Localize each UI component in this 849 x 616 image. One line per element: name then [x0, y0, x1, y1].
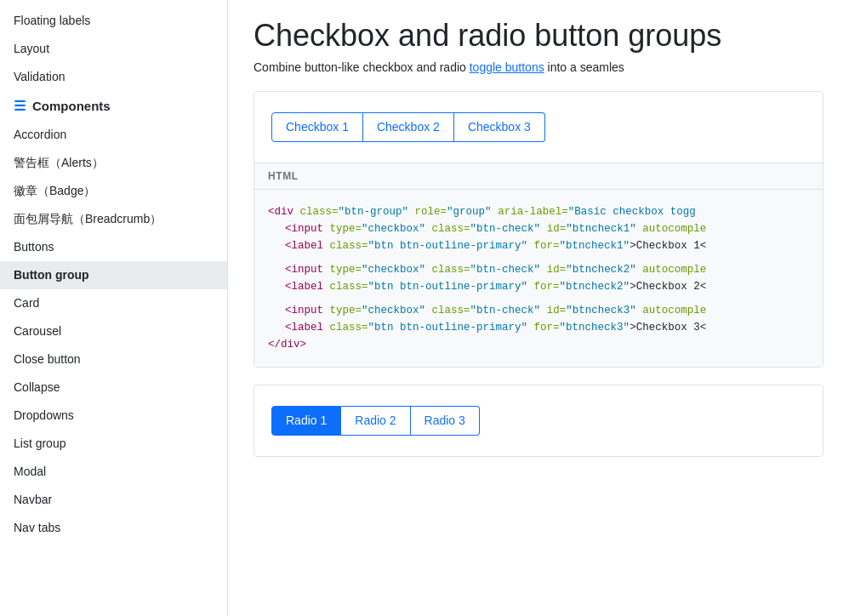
checkbox-btn-1[interactable]: Checkbox 1 — [271, 112, 363, 142]
sidebar: Floating labels Layout Validation ☰ Comp… — [0, 0, 228, 616]
code-block: <div class="btn-group" role="group" aria… — [254, 190, 823, 367]
sidebar-item-dropdowns[interactable]: Dropdowns — [0, 402, 227, 430]
code-line-5: <label class="btn btn-outline-primary" f… — [268, 278, 809, 295]
radio-btn-3[interactable]: Radio 3 — [411, 406, 480, 436]
sidebar-item-modal[interactable]: Modal — [0, 458, 227, 486]
sidebar-item-collapse[interactable]: Collapse — [0, 374, 227, 402]
code-spacer-2 — [268, 295, 809, 302]
code-spacer-1 — [268, 254, 809, 261]
sidebar-section-components: ☰ Components — [0, 91, 227, 121]
code-section: HTML <div class="btn-group" role="group"… — [254, 163, 823, 367]
components-icon: ☰ — [14, 98, 26, 114]
page-title: Checkbox and radio button groups — [254, 17, 823, 54]
code-line-2: <input type="checkbox" class="btn-check"… — [268, 220, 809, 237]
radio-btn-group: Radio 1 Radio 2 Radio 3 — [271, 406, 480, 436]
sidebar-item-list-group[interactable]: List group — [0, 430, 227, 458]
code-line-3: <label class="btn btn-outline-primary" f… — [268, 237, 809, 254]
sidebar-item-floating-labels[interactable]: Floating labels — [0, 7, 227, 35]
code-line-7: <label class="btn btn-outline-primary" f… — [268, 319, 809, 336]
sidebar-item-badge[interactable]: 徽章（Badge） — [0, 177, 227, 205]
sidebar-item-buttons[interactable]: Buttons — [0, 233, 227, 261]
sidebar-item-close-button[interactable]: Close button — [0, 345, 227, 374]
sidebar-item-breadcrumb[interactable]: 面包屑导航（Breadcrumb） — [0, 205, 227, 233]
main-content: Checkbox and radio button groups Combine… — [228, 0, 849, 616]
code-line-1: <div class="btn-group" role="group" aria… — [268, 203, 809, 220]
sidebar-item-nav-tabs[interactable]: Nav tabs — [0, 514, 227, 542]
radio-preview: Radio 1 Radio 2 Radio 3 — [254, 385, 823, 456]
sidebar-item-carousel[interactable]: Carousel — [0, 317, 227, 345]
sidebar-item-card[interactable]: Card — [0, 289, 227, 317]
radio-demo-section: Radio 1 Radio 2 Radio 3 — [254, 385, 823, 457]
checkbox-preview: Checkbox 1 Checkbox 2 Checkbox 3 — [254, 92, 823, 163]
sidebar-item-alerts[interactable]: 警告框（Alerts） — [0, 149, 227, 177]
radio-btn-1[interactable]: Radio 1 — [271, 406, 341, 436]
code-label: HTML — [254, 163, 823, 190]
sidebar-item-navbar[interactable]: Navbar — [0, 486, 227, 514]
toggle-buttons-link[interactable]: toggle buttons — [470, 60, 544, 74]
code-line-4: <input type="checkbox" class="btn-check"… — [268, 261, 809, 278]
checkbox-btn-3[interactable]: Checkbox 3 — [454, 112, 545, 142]
checkbox-btn-2[interactable]: Checkbox 2 — [363, 112, 454, 142]
checkbox-demo-section: Checkbox 1 Checkbox 2 Checkbox 3 HTML <d… — [254, 91, 823, 368]
sidebar-item-validation[interactable]: Validation — [0, 63, 227, 91]
sidebar-item-button-group[interactable]: Button group — [0, 261, 227, 289]
code-line-6: <input type="checkbox" class="btn-check"… — [268, 302, 809, 319]
checkbox-btn-group: Checkbox 1 Checkbox 2 Checkbox 3 — [271, 112, 545, 142]
radio-btn-2[interactable]: Radio 2 — [341, 406, 410, 436]
page-subtitle: Combine button-like checkbox and radio t… — [254, 60, 823, 74]
code-line-8: </div> — [268, 336, 809, 353]
sidebar-item-accordion[interactable]: Accordion — [0, 121, 227, 149]
sidebar-item-layout[interactable]: Layout — [0, 35, 227, 63]
